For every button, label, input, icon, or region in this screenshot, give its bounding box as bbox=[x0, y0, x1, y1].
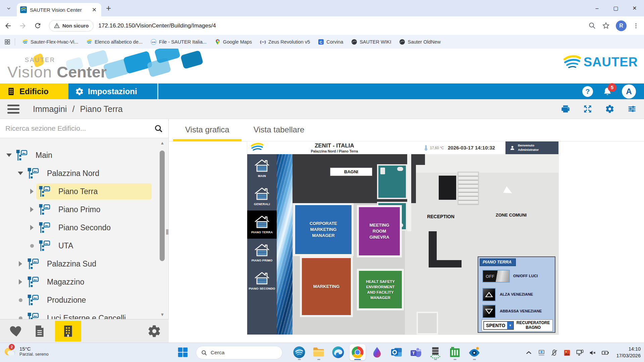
tray-photos-icon[interactable] bbox=[563, 349, 571, 357]
tree-item-palazzina-nord[interactable]: Palazzina Nord bbox=[0, 164, 156, 182]
tree-item-piano-terra[interactable]: Piano Terra bbox=[0, 182, 156, 200]
start-button[interactable] bbox=[177, 347, 189, 358]
scrollbar-thumb[interactable] bbox=[160, 150, 165, 261]
tree-item-magazzino[interactable]: Magazzino bbox=[0, 273, 156, 291]
lights-toggle-button[interactable]: OFF bbox=[482, 270, 510, 283]
room-meeting-ginevra[interactable]: MEETING ROOM GINEVRA bbox=[357, 205, 402, 257]
caret-collapsed-icon[interactable] bbox=[19, 261, 22, 266]
taskbar-search[interactable] bbox=[196, 346, 282, 359]
taskbar-app-print-manager[interactable] bbox=[427, 344, 443, 360]
browser-tab[interactable]: SAUTER Vision Center ✕ bbox=[17, 3, 101, 16]
tray-battery-icon[interactable] bbox=[601, 349, 609, 357]
room-health-safety[interactable]: HEALT SAFETY ENVIRORMENT AND FACILITY MA… bbox=[357, 269, 404, 310]
welcome-user-box[interactable]: BenvenutoAdministrator bbox=[505, 141, 558, 154]
bookmark-star-icon[interactable] bbox=[602, 22, 610, 29]
taskbar-app-chrome[interactable] bbox=[350, 344, 366, 360]
tree-item-main[interactable]: Main bbox=[0, 146, 156, 164]
plan-nav-piano-secondo[interactable]: PIANO SECONDO bbox=[247, 267, 277, 295]
sidebar-settings-button[interactable] bbox=[147, 324, 161, 338]
tree-row-body[interactable]: Piano Terra bbox=[36, 183, 152, 199]
taskbar-search-input[interactable] bbox=[211, 350, 264, 356]
tray-volume-mute-icon[interactable] bbox=[589, 349, 596, 357]
tree-row-body[interactable]: Luci Esterne e Cancelli bbox=[25, 310, 152, 319]
bookmark-item[interactable]: {∼}Zeus Revolution v5 bbox=[257, 38, 313, 46]
building-view-button-active[interactable] bbox=[55, 321, 81, 342]
tray-mouse-off-icon[interactable] bbox=[550, 349, 558, 357]
search-icon[interactable] bbox=[154, 124, 163, 133]
bookmark-item[interactable]: Google Maps bbox=[212, 38, 255, 46]
breadcrumb-section[interactable]: Immagini bbox=[33, 104, 67, 114]
taskbar-clock[interactable]: 14:10 17/03/2026 bbox=[616, 346, 641, 359]
tree-item-piano-primo[interactable]: Piano Primo bbox=[0, 200, 156, 219]
taskbar-app-edge[interactable] bbox=[330, 344, 346, 360]
room-corporate-marketing[interactable]: CORPORATE MARKETING MANAGER bbox=[293, 203, 354, 256]
settings-gear-button[interactable] bbox=[605, 104, 614, 114]
plan-nav-piano-terra[interactable]: PIANO TERRA bbox=[247, 210, 277, 239]
room-marketing[interactable]: MARKETING bbox=[300, 256, 353, 317]
window-close-button[interactable]: ✕ bbox=[625, 0, 644, 16]
tree-item-luci-esterne-e-cancelli[interactable]: Luci Esterne e Cancelli bbox=[0, 309, 156, 319]
lower-blinds-button[interactable] bbox=[482, 305, 496, 318]
bookmark-item[interactable]: Sauter-Flex-Hvac-Vi... bbox=[19, 38, 81, 46]
favorites-heart-button[interactable] bbox=[9, 324, 24, 338]
taskbar-app-file-explorer[interactable] bbox=[311, 344, 327, 360]
user-avatar[interactable]: A bbox=[622, 84, 636, 99]
browser-profile-avatar[interactable]: R bbox=[616, 20, 627, 31]
nav-tab-impostazioni[interactable]: Impostazioni bbox=[68, 83, 157, 99]
tree-row-body[interactable]: Produzione bbox=[25, 292, 152, 308]
caret-expanded-icon[interactable] bbox=[6, 154, 12, 157]
plan-nav-generali[interactable]: GENERALI bbox=[247, 182, 277, 210]
menu-hamburger-button[interactable] bbox=[7, 105, 19, 114]
taskbar-app-vision-eye[interactable] bbox=[466, 344, 482, 360]
tree-row-body[interactable]: Piano Secondo bbox=[36, 220, 152, 236]
scroll-up-icon[interactable]: ▲ bbox=[159, 140, 166, 145]
taskbar-app-sauter-vision-app[interactable] bbox=[291, 344, 307, 360]
sidebar-search-input[interactable] bbox=[5, 124, 154, 132]
bookmark-item[interactable]: CCorvina bbox=[315, 38, 346, 46]
window-minimize-button[interactable]: – bbox=[588, 0, 606, 16]
caret-collapsed-icon[interactable] bbox=[30, 225, 34, 230]
tree-item-palazzina-sud[interactable]: Palazzina Sud bbox=[0, 255, 156, 273]
taskbar-app-teams[interactable]: T bbox=[408, 344, 424, 360]
window-maximize-button[interactable]: ▢ bbox=[606, 0, 625, 16]
tab-close-icon[interactable]: ✕ bbox=[91, 6, 98, 13]
fullscreen-button[interactable] bbox=[583, 104, 592, 114]
reload-button[interactable] bbox=[31, 19, 44, 33]
tree-item-produzione[interactable]: Produzione bbox=[0, 291, 156, 309]
caret-expanded-icon[interactable] bbox=[18, 172, 23, 175]
back-button[interactable] bbox=[1, 19, 15, 33]
tray-display-connect-icon[interactable] bbox=[576, 349, 584, 357]
bookmark-item[interactable]: NAMFile - SAUTER Italia... bbox=[148, 38, 210, 46]
tray-chevron-up-icon[interactable] bbox=[525, 349, 533, 357]
weather-widget[interactable]: 2 15°C Parzial. sereno bbox=[4, 345, 49, 357]
apps-grid-icon[interactable] bbox=[4, 39, 11, 45]
caret-collapsed-icon[interactable] bbox=[19, 279, 22, 285]
tree-item-piano-secondo[interactable]: Piano Secondo bbox=[0, 219, 156, 237]
url-text[interactable]: 172.16.20.150/VisionCenter/Building/Imag… bbox=[98, 22, 588, 29]
plan-nav-piano-primo[interactable]: PIANO PRIMO bbox=[247, 239, 277, 267]
tray-laptop-icon[interactable] bbox=[538, 349, 545, 357]
help-button[interactable]: ? bbox=[582, 86, 593, 97]
zoom-icon[interactable] bbox=[588, 22, 596, 29]
browser-menu-icon[interactable] bbox=[633, 22, 639, 29]
room-label-bagni[interactable]: BAGNI bbox=[330, 168, 372, 176]
new-tab-button[interactable]: + bbox=[106, 3, 111, 13]
tab-vista-grafica[interactable]: Vista grafica bbox=[173, 125, 241, 141]
forward-button[interactable] bbox=[16, 19, 30, 33]
scroll-down-icon[interactable]: ▼ bbox=[159, 312, 166, 317]
raise-blinds-button[interactable] bbox=[482, 288, 496, 301]
tree-row-body[interactable]: UTA bbox=[36, 238, 152, 254]
tab-search-button[interactable] bbox=[3, 2, 15, 14]
tree-row-body[interactable]: Magazzino bbox=[25, 274, 152, 290]
recuperatore-select[interactable]: SPENTO ▼ bbox=[483, 321, 514, 330]
taskbar-app-designer[interactable] bbox=[369, 344, 385, 360]
tree-row-body[interactable]: Palazzina Nord bbox=[25, 165, 152, 181]
documents-button[interactable] bbox=[33, 324, 46, 338]
nav-tab-edificio[interactable]: Edificio bbox=[0, 83, 68, 99]
caret-collapsed-icon[interactable] bbox=[30, 189, 34, 194]
site-security-chip[interactable]: Non sicuro bbox=[49, 20, 94, 32]
tree-item-uta[interactable]: UTA bbox=[0, 237, 156, 255]
print-button[interactable] bbox=[561, 104, 570, 114]
tree-row-body[interactable]: Main bbox=[13, 147, 152, 163]
bookmark-item[interactable]: Sauter OldNew bbox=[396, 38, 443, 46]
